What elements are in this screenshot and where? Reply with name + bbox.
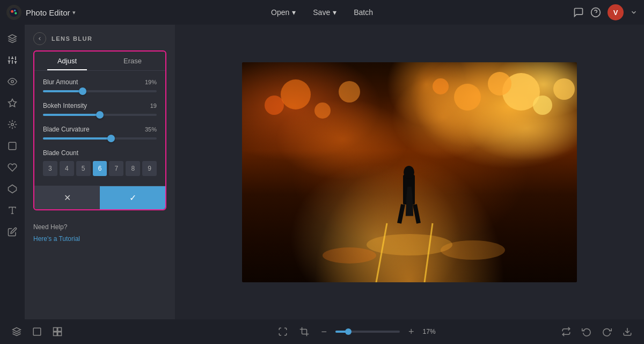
box2-icon-btn[interactable] (49, 325, 65, 339)
confirm-button[interactable]: ✓ (100, 186, 165, 209)
svg-rect-43 (33, 328, 41, 335)
box1-icon-btn[interactable] (29, 325, 45, 339)
save-button[interactable]: Save ▾ (304, 5, 345, 20)
svg-point-34 (323, 247, 376, 264)
heart-icon-btn[interactable] (3, 158, 22, 177)
svg-line-40 (399, 204, 403, 223)
blade-btn-3[interactable]: 3 (43, 161, 57, 176)
blur-amount-fill (43, 90, 83, 92)
app-logo (6, 5, 21, 20)
help-icon-button[interactable] (590, 7, 601, 18)
redo-btn[interactable] (599, 325, 615, 339)
zoom-in-btn[interactable]: + (405, 325, 418, 339)
left-icon-bar (0, 25, 25, 319)
cancel-button[interactable]: ✕ (34, 186, 100, 209)
blur-amount-label: Blur Amount (43, 78, 78, 86)
tab-erase[interactable]: Erase (100, 52, 165, 70)
blur-amount-thumb[interactable] (79, 87, 86, 95)
blade-curvature-fill (43, 137, 111, 140)
batch-button[interactable]: Batch (345, 5, 382, 20)
blade-curvature-control: Blade Curvature 35% (43, 126, 157, 140)
topbar: Photo Editor ▾ Open ▾ Save ▾ Batch V (0, 0, 644, 25)
svg-point-29 (281, 79, 311, 109)
help-link[interactable]: Here's a Tutorial (25, 235, 175, 251)
tab-adjust[interactable]: Adjust (34, 52, 100, 70)
edit-icon-btn[interactable] (3, 222, 22, 241)
bokeh-intensity-thumb[interactable] (96, 111, 104, 119)
download-btn[interactable] (619, 325, 635, 339)
bokeh-intensity-control: Bokeh Intensity 19 (43, 102, 157, 116)
bokeh-intensity-track[interactable] (43, 114, 157, 116)
blade-btn-6[interactable]: 6 (93, 161, 107, 176)
blade-curvature-thumb[interactable] (107, 135, 115, 142)
undo-btn[interactable] (579, 325, 595, 339)
eye-icon-btn[interactable] (3, 72, 22, 91)
photo-container (242, 62, 577, 282)
svg-point-26 (454, 84, 481, 111)
topbar-center-actions: Open ▾ Save ▾ Batch (262, 5, 382, 20)
blade-btn-8[interactable]: 8 (126, 161, 140, 176)
zoom-slider[interactable] (335, 331, 400, 333)
text-icon-btn[interactable] (3, 201, 22, 220)
stack-icon-btn[interactable] (9, 325, 25, 339)
blade-btn-9[interactable]: 9 (142, 161, 157, 176)
svg-point-23 (502, 73, 540, 111)
svg-point-32 (339, 81, 360, 103)
blade-curvature-label: Blade Curvature (43, 126, 90, 133)
flip-icon-btn[interactable] (558, 325, 574, 339)
svg-point-2 (14, 10, 16, 11)
open-button[interactable]: Open ▾ (262, 5, 304, 20)
svg-line-41 (415, 204, 419, 223)
svg-marker-17 (9, 99, 17, 107)
bottom-center-controls: − + 17% (163, 325, 554, 339)
rect-icon-btn[interactable] (3, 136, 22, 156)
effects-icon-btn[interactable] (3, 115, 22, 134)
app-title-chevron[interactable]: ▾ (72, 9, 76, 16)
fit-icon-btn[interactable] (275, 325, 291, 339)
svg-point-18 (11, 123, 14, 126)
zoom-out-btn[interactable]: − (318, 325, 330, 339)
bottombar: − + 17% (0, 319, 644, 344)
blade-count-buttons: 3 4 5 6 7 8 9 (43, 161, 157, 176)
back-button[interactable] (33, 32, 46, 45)
svg-point-30 (265, 96, 284, 115)
blade-btn-7[interactable]: 7 (109, 161, 123, 176)
blade-count-section: Blade Count 3 4 5 6 7 8 9 (43, 149, 157, 176)
svg-point-16 (11, 80, 14, 83)
action-row: ✕ ✓ (34, 186, 165, 209)
bokeh-intensity-label: Bokeh Intensity (43, 102, 87, 109)
zoom-slider-thumb[interactable] (345, 328, 352, 335)
layers-icon-btn[interactable] (3, 29, 22, 48)
svg-marker-20 (9, 185, 17, 193)
svg-rect-19 (9, 142, 16, 150)
blade-curvature-value: 35% (145, 126, 157, 133)
svg-marker-6 (9, 35, 17, 39)
topbar-chevron-btn[interactable] (630, 9, 638, 16)
main-area: LENS BLUR Adjust Erase Blur Amount (0, 25, 644, 319)
svg-point-1 (11, 10, 13, 13)
blur-amount-track[interactable] (43, 90, 157, 92)
user-avatar[interactable]: V (608, 4, 624, 20)
blade-curvature-track[interactable] (43, 137, 157, 140)
svg-rect-45 (58, 328, 62, 332)
svg-point-3 (14, 12, 17, 14)
blur-amount-control: Blur Amount 19% (43, 78, 157, 92)
svg-line-36 (376, 223, 387, 282)
sliders-icon-btn[interactable] (3, 50, 22, 70)
svg-point-35 (441, 240, 505, 260)
svg-line-37 (425, 223, 433, 282)
crop-icon-btn[interactable] (296, 325, 312, 339)
svg-point-31 (314, 103, 331, 119)
chat-icon-button[interactable] (573, 7, 584, 18)
panel: LENS BLUR Adjust Erase Blur Amount (25, 25, 175, 319)
panel-title: LENS BLUR (52, 35, 92, 42)
shape-icon-btn[interactable] (3, 179, 22, 199)
blade-btn-4[interactable]: 4 (60, 161, 74, 176)
star-icon-btn[interactable] (3, 93, 22, 113)
blade-btn-5[interactable]: 5 (76, 161, 91, 176)
bokeh-intensity-fill (43, 114, 100, 116)
svg-marker-42 (13, 328, 21, 332)
svg-rect-44 (54, 328, 57, 332)
control-body: Blur Amount 19% Bokeh Intensity 19 (34, 71, 165, 184)
help-text: Need Help? (25, 219, 175, 235)
